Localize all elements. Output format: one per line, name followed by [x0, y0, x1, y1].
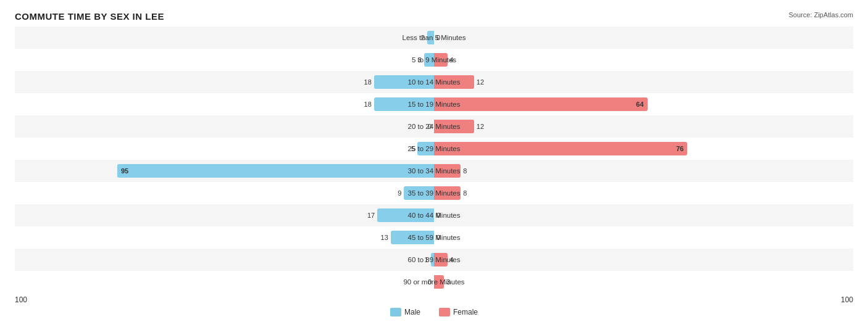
legend-female-box [439, 308, 450, 316]
left-section: 0 [15, 271, 434, 293]
row-label: 25 to 29 Minutes [407, 145, 460, 152]
value-female: 12 [477, 123, 484, 130]
value-female: 8 [463, 189, 467, 197]
chart-row: 1460 to 89 Minutes [15, 249, 853, 271]
row-label: 5 to 9 Minutes [412, 56, 456, 64]
chart-row: 13045 to 59 Minutes [15, 226, 853, 249]
chart-row: 95830 to 34 Minutes [15, 160, 853, 182]
chart-row: 9835 to 39 Minutes [15, 182, 853, 204]
chart-container: COMMUTE TIME BY SEX IN LEE Source: ZipAt… [0, 0, 868, 322]
chart-row: 181210 to 14 Minutes [15, 71, 853, 93]
row-label: 10 to 14 Minutes [407, 78, 460, 86]
legend: Male Female [15, 308, 853, 316]
right-section: 3 [434, 271, 853, 293]
row-label: 40 to 44 Minutes [407, 212, 460, 219]
value-female: 64 [636, 101, 643, 108]
left-section: 13 [15, 226, 434, 249]
right-section: 12 [434, 115, 853, 138]
right-section: 0 [434, 27, 853, 49]
chart-row: 345 to 9 Minutes [15, 49, 853, 71]
left-section: 95 [15, 160, 434, 182]
left-section: 0 [15, 115, 434, 138]
right-section: 4 [434, 49, 853, 71]
chart-title: COMMUTE TIME BY SEX IN LEE [15, 11, 853, 22]
chart-row: 57625 to 29 Minutes [15, 138, 853, 160]
right-section: 8 [434, 182, 853, 204]
legend-female: Female [439, 308, 478, 316]
value-female: 76 [676, 145, 683, 152]
row-label: 30 to 34 Minutes [407, 167, 460, 175]
right-section: 8 [434, 160, 853, 182]
value-male: 13 [381, 234, 388, 241]
value-male: 18 [364, 101, 372, 108]
value-male: 18 [364, 78, 372, 86]
bar-male: 95 [117, 164, 434, 178]
left-section: 1 [15, 249, 434, 271]
chart-row: 186415 to 19 Minutes [15, 93, 853, 115]
right-section: 0 [434, 226, 853, 249]
value-female: 8 [463, 167, 467, 175]
left-section: 18 [15, 71, 434, 93]
chart-row: 0390 or more Minutes [15, 271, 853, 293]
left-section: 3 [15, 49, 434, 71]
right-section: 4 [434, 249, 853, 271]
chart-area: 20Less than 5 Minutes345 to 9 Minutes181… [15, 27, 853, 293]
row-label: 45 to 59 Minutes [407, 234, 460, 241]
row-label: 15 to 19 Minutes [407, 101, 460, 108]
right-section: 64 [434, 93, 853, 115]
legend-male: Male [390, 308, 420, 316]
value-female: 12 [477, 78, 484, 86]
left-section: 2 [15, 27, 434, 49]
right-section: 76 [434, 138, 853, 160]
left-section: 5 [15, 138, 434, 160]
legend-male-label: Male [404, 308, 420, 316]
chart-row: 17040 to 44 Minutes [15, 204, 853, 226]
row-label: 60 to 89 Minutes [407, 256, 460, 263]
row-label: Less than 5 Minutes [403, 34, 466, 41]
value-male: 95 [121, 167, 128, 175]
bar-female: 76 [434, 142, 687, 155]
right-section: 12 [434, 71, 853, 93]
chart-row: 20Less than 5 Minutes [15, 27, 853, 49]
value-male: 17 [367, 212, 375, 219]
row-label: 20 to 24 Minutes [407, 123, 460, 130]
chart-row: 01220 to 24 Minutes [15, 115, 853, 138]
value-male: 9 [398, 189, 401, 197]
source-label: Source: ZipAtlas.com [788, 11, 853, 19]
axis-labels: 100 100 [15, 295, 853, 304]
left-section: 18 [15, 93, 434, 115]
axis-left: 100 [15, 295, 27, 304]
axis-right: 100 [841, 295, 853, 304]
legend-female-label: Female [453, 308, 478, 316]
left-section: 9 [15, 182, 434, 204]
right-section: 0 [434, 204, 853, 226]
row-label: 90 or more Minutes [403, 278, 464, 286]
left-section: 17 [15, 204, 434, 226]
legend-male-box [390, 308, 401, 316]
bar-female: 64 [434, 97, 648, 111]
row-label: 35 to 39 Minutes [407, 189, 460, 197]
